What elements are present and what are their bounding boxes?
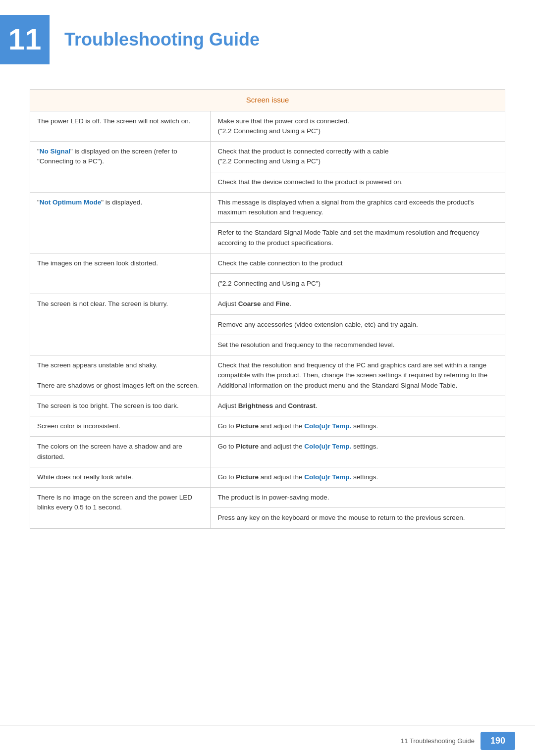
table-row: There is no image on the screen and the …: [30, 488, 505, 508]
fine-bold: Fine: [276, 300, 290, 307]
table-row: White does not really look white. Go to …: [30, 467, 505, 487]
solution-cell: Check that the device connected to the p…: [211, 172, 505, 192]
coarse-bold: Coarse: [238, 300, 261, 307]
solution-cell: Check that the resolution and frequency …: [211, 355, 505, 396]
solution-cell: Press any key on the keyboard or move th…: [211, 508, 505, 528]
problem-cell: "No Signal" is displayed on the screen (…: [30, 142, 211, 193]
brightness-bold: Brightness: [238, 402, 273, 409]
picture-bold3: Picture: [236, 473, 259, 481]
troubleshoot-table: Screen issue The power LED is off. The s…: [30, 89, 505, 529]
solution-cell: ("2.2 Connecting and Using a PC"): [211, 274, 505, 294]
table-row: Screen color is inconsistent. Go to Pict…: [30, 416, 505, 437]
table-row: The images on the screen look distorted.…: [30, 253, 505, 273]
solution-cell: The product is in power-saving mode.: [211, 488, 505, 508]
solution-cell: Remove any accessories (video extension …: [211, 314, 505, 335]
solution-cell: Check the cable connection to the produc…: [211, 253, 505, 273]
table-row: The screen is not clear. The screen is b…: [30, 294, 505, 314]
chapter-number: 11: [8, 25, 42, 54]
problem-cell: The images on the screen look distorted.: [30, 253, 211, 294]
table-row: The screen is too bright. The screen is …: [30, 396, 505, 416]
main-content: Screen issue The power LED is off. The s…: [0, 74, 535, 558]
solution-cell: Check that the product is connected corr…: [211, 142, 505, 172]
color-temp-bold2: Colo(u)r Temp.: [304, 443, 351, 450]
solution-cell: Adjust Coarse and Fine.: [211, 294, 505, 314]
solution-cell: Adjust Brightness and Contrast.: [211, 396, 505, 416]
footer-label: 11 Troubleshooting Guide: [401, 737, 475, 745]
solution-cell: Go to Picture and adjust the Colo(u)r Te…: [211, 467, 505, 487]
problem-cell: White does not really look white.: [30, 467, 211, 487]
color-temp-bold: Colo(u)r Temp.: [304, 422, 351, 430]
problem-cell: Screen color is inconsistent.: [30, 416, 211, 437]
problem-cell: The screen appears unstable and shaky. T…: [30, 355, 211, 396]
solution-cell: Go to Picture and adjust the Colo(u)r Te…: [211, 437, 505, 467]
table-section-header: Screen issue: [30, 90, 505, 111]
highlight-not-optimum: Not Optimum Mode: [40, 199, 102, 206]
page-footer: 11 Troubleshooting Guide 190: [0, 725, 535, 756]
picture-bold: Picture: [236, 422, 259, 430]
color-temp-bold3: Colo(u)r Temp.: [304, 473, 351, 481]
chapter-title: Troubleshooting Guide: [64, 29, 260, 50]
solution-cell: This message is displayed when a signal …: [211, 192, 505, 223]
picture-bold2: Picture: [236, 443, 259, 450]
highlight-no-signal: No Signal: [40, 148, 70, 155]
table-row: "No Signal" is displayed on the screen (…: [30, 142, 505, 172]
page-number-badge: 190: [481, 732, 515, 750]
problem-cell: The screen is not clear. The screen is b…: [30, 294, 211, 355]
solution-cell: Go to Picture and adjust the Colo(u)r Te…: [211, 416, 505, 437]
problem-cell: The power LED is off. The screen will no…: [30, 111, 211, 142]
chapter-number-block: 11: [0, 15, 50, 64]
problem-cell: "Not Optimum Mode" is displayed.: [30, 192, 211, 253]
page-header: 11 Troubleshooting Guide: [0, 0, 535, 74]
table-row: The colors on the screen have a shadow a…: [30, 437, 505, 467]
problem-cell: The screen is too bright. The screen is …: [30, 396, 211, 416]
problem-cell: There is no image on the screen and the …: [30, 488, 211, 529]
table-row: The power LED is off. The screen will no…: [30, 111, 505, 142]
contrast-bold: Contrast: [288, 402, 316, 409]
solution-cell: Refer to the Standard Signal Mode Table …: [211, 223, 505, 253]
solution-cell: Set the resolution and frequency to the …: [211, 335, 505, 355]
table-row: "Not Optimum Mode" is displayed. This me…: [30, 192, 505, 223]
problem-cell: The colors on the screen have a shadow a…: [30, 437, 211, 467]
solution-cell: Make sure that the power cord is connect…: [211, 111, 505, 142]
table-row: The screen appears unstable and shaky. T…: [30, 355, 505, 396]
